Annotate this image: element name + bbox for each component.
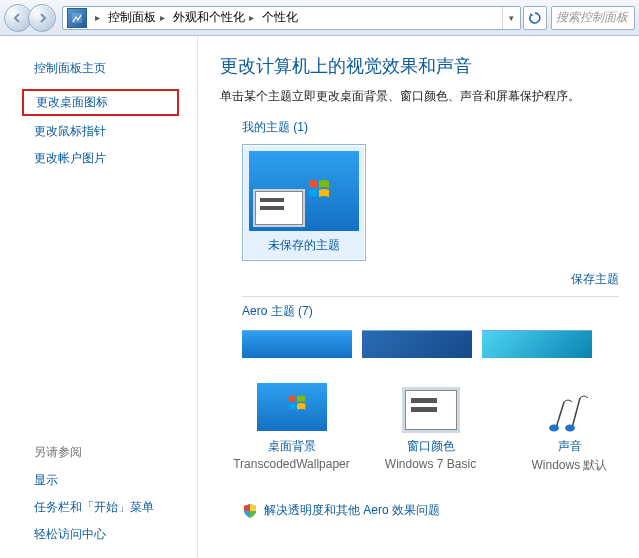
breadcrumb-root-label: 控制面板 <box>108 9 156 26</box>
control-panel-home-link[interactable]: 控制面板主页 <box>10 56 197 87</box>
see-also-heading: 另请参阅 <box>10 440 187 467</box>
save-theme-link[interactable]: 保存主题 <box>571 271 619 288</box>
sounds-icon <box>546 388 594 432</box>
sounds-item[interactable]: 声音 Windows 默认 <box>500 382 639 474</box>
window-color-link: 窗口颜色 <box>361 438 500 455</box>
desktop-background-link: 桌面背景 <box>222 438 361 455</box>
desktop-background-value: TranscodedWallpaper <box>222 457 361 471</box>
sidebar-item-desktop-icons[interactable]: 更改桌面图标 <box>22 89 179 116</box>
window-color-item[interactable]: 窗口颜色 Windows 7 Basic <box>361 382 500 474</box>
breadcrumb-root[interactable]: 控制面板▸ <box>104 7 169 29</box>
aero-theme-1[interactable] <box>242 330 352 358</box>
breadcrumb-l2-label: 个性化 <box>262 9 298 26</box>
breadcrumb-arrow[interactable]: ▸ <box>91 7 104 29</box>
aero-theme-3[interactable] <box>482 330 592 358</box>
personalization-icon <box>67 8 87 28</box>
theme-thumbnail <box>249 151 359 231</box>
svg-line-1 <box>556 402 564 428</box>
my-themes-heading: 我的主题 (1) <box>242 119 639 136</box>
address-bar[interactable]: ▸ 控制面板▸ 外观和个性化▸ 个性化 ▾ <box>62 6 521 30</box>
see-also-taskbar[interactable]: 任务栏和「开始」菜单 <box>10 494 187 521</box>
windows-flag-icon <box>307 177 331 201</box>
desktop-background-item[interactable]: 桌面背景 TranscodedWallpaper <box>222 382 361 474</box>
body-area: 控制面板主页 更改桌面图标 更改鼠标指针 更改帐户图片 另请参阅 显示 任务栏和… <box>0 36 639 558</box>
see-also-section: 另请参阅 显示 任务栏和「开始」菜单 轻松访问中心 <box>10 440 187 548</box>
svg-point-4 <box>565 425 575 432</box>
page-description: 单击某个主题立即更改桌面背景、窗口颜色、声音和屏幕保护程序。 <box>220 88 639 105</box>
window-color-value: Windows 7 Basic <box>361 457 500 471</box>
divider <box>242 296 619 297</box>
window-color-icon <box>405 390 457 430</box>
refresh-button[interactable] <box>523 6 547 30</box>
desktop-background-icon <box>257 383 327 431</box>
page-title: 更改计算机上的视觉效果和声音 <box>220 54 639 78</box>
nav-back-forward <box>4 4 56 32</box>
theme-label: 未保存的主题 <box>249 237 359 254</box>
sounds-link: 声音 <box>500 438 639 455</box>
svg-point-3 <box>549 425 559 432</box>
search-input[interactable]: 搜索控制面板 <box>551 6 635 30</box>
theme-unsaved[interactable]: 未保存的主题 <box>242 144 366 261</box>
svg-line-2 <box>572 398 580 428</box>
address-dropdown[interactable]: ▾ <box>502 7 520 29</box>
breadcrumb-l2[interactable]: 个性化 <box>258 7 302 29</box>
see-also-ease[interactable]: 轻松访问中心 <box>10 521 187 548</box>
see-also-display[interactable]: 显示 <box>10 467 187 494</box>
troubleshoot-link: 解决透明度和其他 Aero 效果问题 <box>264 502 440 519</box>
sidebar: 控制面板主页 更改桌面图标 更改鼠标指针 更改帐户图片 另请参阅 显示 任务栏和… <box>0 36 198 558</box>
troubleshoot-row[interactable]: 解决透明度和其他 Aero 效果问题 <box>242 502 639 519</box>
aero-themes-heading: Aero 主题 (7) <box>242 303 639 320</box>
sidebar-item-account-picture[interactable]: 更改帐户图片 <box>10 145 197 172</box>
breadcrumb-l1-label: 外观和个性化 <box>173 9 245 26</box>
breadcrumb-l1[interactable]: 外观和个性化▸ <box>169 7 258 29</box>
main-content: 更改计算机上的视觉效果和声音 单击某个主题立即更改桌面背景、窗口颜色、声音和屏幕… <box>198 36 639 558</box>
sidebar-item-mouse-pointers[interactable]: 更改鼠标指针 <box>10 118 197 145</box>
forward-button[interactable] <box>28 4 56 32</box>
aero-theme-2[interactable] <box>362 330 472 358</box>
sounds-value: Windows 默认 <box>500 457 639 474</box>
aero-themes-row <box>242 330 639 358</box>
settings-grid: 桌面背景 TranscodedWallpaper 窗口颜色 Windows 7 … <box>222 382 639 474</box>
shield-icon <box>242 503 258 519</box>
navigation-bar: ▸ 控制面板▸ 外观和个性化▸ 个性化 ▾ 搜索控制面板 <box>0 0 639 36</box>
